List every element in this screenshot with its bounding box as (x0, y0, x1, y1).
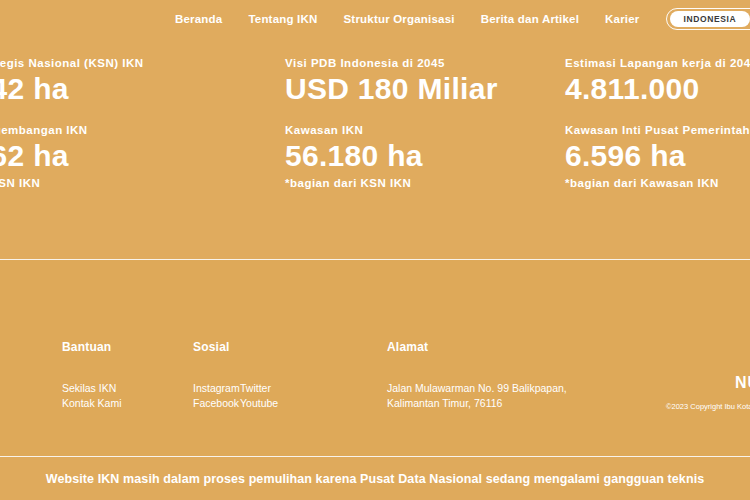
nav-item-karier[interactable]: Karier (605, 13, 639, 25)
nav-item-berita-dan-artikel[interactable]: Berita dan Artikel (481, 13, 579, 25)
hero-footer-divider (0, 259, 750, 260)
footer-heading-sosial: Sosial (193, 340, 278, 354)
stat-note: *bagian dari KSN IKN (285, 177, 423, 189)
stat-visi-pdb: Visi PDB Indonesia di 2045 USD 180 Milia… (285, 57, 498, 106)
footer-column-sosial: Sosial Instagram Twitter Facebook Youtub… (193, 340, 278, 411)
stat-label: Estimasi Lapangan kerja di 2045 (565, 57, 750, 69)
stat-label: Kawasan Pengembangan IKN (0, 124, 88, 136)
footer-link-twitter[interactable]: Twitter (240, 381, 278, 396)
footer-link-sekilas-ikn[interactable]: Sekilas IKN (62, 381, 122, 396)
stat-value: 4.811.000 (565, 72, 750, 106)
stat-kawasan-pengembangan: Kawasan Pengembangan IKN 199.962 ha *bag… (0, 124, 88, 189)
copyright-text: ©2023 Copyright Ibu Kota Nusantara (666, 402, 750, 411)
stat-note: *bagian dari KSN IKN (0, 177, 88, 189)
language-current: INDONESIA (670, 11, 750, 27)
footer-link-instagram[interactable]: Instagram (193, 381, 240, 396)
footer-address-line-1: Jalan Mulawarman No. 99 Balikpapan, (387, 381, 567, 396)
footer-heading-alamat: Alamat (387, 340, 567, 354)
footer-column-bantuan: Bantuan Sekilas IKN Kontak Kami (62, 340, 122, 411)
stat-kawasan-ikn: Kawasan IKN 56.180 ha *bagian dari KSN I… (285, 124, 423, 189)
nav-item-beranda[interactable]: Beranda (175, 13, 222, 25)
footer-link-youtube[interactable]: Youtube (240, 396, 278, 411)
stat-label: Kawasan Strategis Nasional (KSN) IKN (0, 57, 144, 69)
nusantara-logo: NUSANTARA (735, 374, 750, 392)
stat-ksn-ikn: Kawasan Strategis Nasional (KSN) IKN 256… (0, 57, 144, 106)
stat-value: 56.180 ha (285, 139, 423, 173)
stat-lapangan-kerja: Estimasi Lapangan kerja di 2045 4.811.00… (565, 57, 750, 106)
language-label: INDONESIA (684, 14, 737, 24)
stat-value: 6.596 ha (565, 139, 750, 173)
nav-item-tentang-ikn[interactable]: Tentang IKN (248, 13, 317, 25)
notice-text: Website IKN masih dalam proses pemulihan… (46, 472, 705, 486)
top-navigation: Beranda Tentang IKN Struktur Organisasi … (175, 8, 750, 30)
footer-heading-bantuan: Bantuan (62, 340, 122, 354)
stat-label: Kawasan Inti Pusat Pemerintahan (565, 124, 750, 136)
stat-kipp: Kawasan Inti Pusat Pemerintahan 6.596 ha… (565, 124, 750, 189)
notice-bar: Website IKN masih dalam proses pemulihan… (0, 457, 750, 500)
stat-label: Visi PDB Indonesia di 2045 (285, 57, 498, 69)
stat-value: 199.962 ha (0, 139, 88, 173)
footer-link-facebook[interactable]: Facebook (193, 396, 240, 411)
stat-value: USD 180 Miliar (285, 72, 498, 106)
nav-item-struktur-organisasi[interactable]: Struktur Organisasi (344, 13, 455, 25)
footer-column-alamat: Alamat Jalan Mulawarman No. 99 Balikpapa… (387, 340, 567, 411)
language-selector[interactable]: INDONESIA (666, 8, 750, 30)
stat-value: 256.142 ha (0, 72, 144, 106)
stat-label: Kawasan IKN (285, 124, 423, 136)
footer-address-line-2: Kalimantan Timur, 76116 (387, 396, 567, 411)
footer-link-kontak-kami[interactable]: Kontak Kami (62, 396, 122, 411)
stat-note: *bagian dari Kawasan IKN (565, 177, 750, 189)
